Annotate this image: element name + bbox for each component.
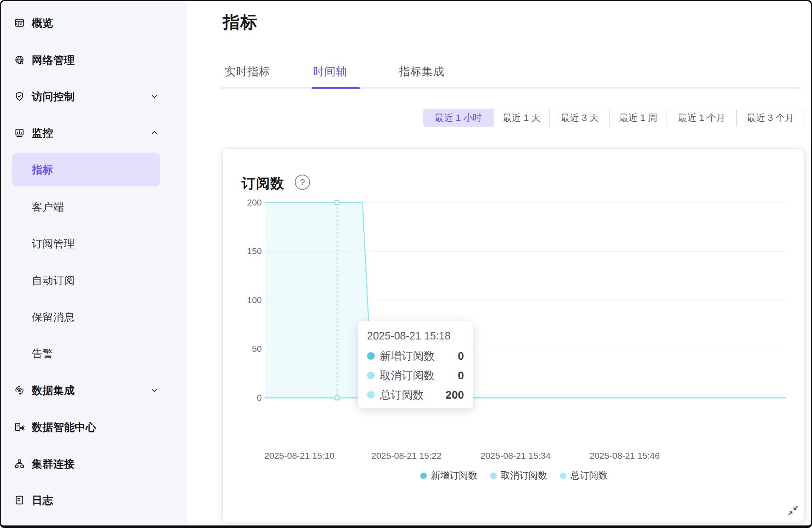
overview-icon xyxy=(14,17,25,28)
chevron-up-icon xyxy=(149,128,159,138)
legend-label: 总订阅数 xyxy=(571,469,608,482)
sidebar-item-label: 自动订阅 xyxy=(32,274,75,287)
hover-marker-bottom xyxy=(335,396,340,400)
sidebar-item-logs[interactable]: 日志 xyxy=(1,490,187,510)
tooltip-timestamp: 2025-08-21 15:18 xyxy=(367,330,464,342)
series-dot-new xyxy=(367,352,375,360)
subscriptions-chart-card: 订阅数 ? 200 150 100 50 0 2025-08-21 15:10 … xyxy=(222,148,805,522)
sidebar-item-label: 数据集成 xyxy=(32,383,75,397)
sidebar-item-label: 告警 xyxy=(32,347,53,361)
tab-timeline[interactable]: 时间轴 xyxy=(313,63,347,80)
x-tick-1546: 2025-08-21 15:46 xyxy=(590,451,660,461)
chevron-down-icon xyxy=(149,91,159,101)
tooltip-row: 取消订阅数 0 xyxy=(367,368,464,383)
legend-label: 取消订阅数 xyxy=(501,469,547,482)
sidebar-item-monitoring[interactable]: 监控 xyxy=(1,123,187,143)
tab-realtime-metrics[interactable]: 实时指标 xyxy=(225,63,270,80)
time-range-3d-button[interactable]: 最近 3 天 xyxy=(549,109,609,127)
sidebar-item-label: 订阅管理 xyxy=(32,237,75,251)
page-title: 指标 xyxy=(223,11,258,34)
bar-chart-icon xyxy=(14,127,25,138)
time-range-1h-button[interactable]: 最近 1 小时 xyxy=(423,109,493,127)
sidebar-item-label: 网络管理 xyxy=(32,53,75,67)
sidebar-item-metrics[interactable]: 指标 xyxy=(1,159,187,180)
chart-tooltip: 2025-08-21 15:18 新增订阅数 0 取消订阅数 0 总订阅数 20… xyxy=(358,321,473,408)
sidebar-item-label: 保留消息 xyxy=(32,310,75,324)
x-tick-1534: 2025-08-21 15:34 xyxy=(480,451,551,461)
tooltip-series-label: 新增订阅数 xyxy=(380,349,435,364)
tab-track xyxy=(221,87,801,89)
sidebar-item-network[interactable]: 网络管理 xyxy=(1,50,187,70)
sitemap-icon xyxy=(14,458,25,469)
time-range-1mo-button[interactable]: 最近 1 个月 xyxy=(667,109,736,127)
sidebar-item-label: 访问控制 xyxy=(32,90,75,104)
document-icon xyxy=(14,495,25,506)
sidebar-item-label: 数据智能中心 xyxy=(32,420,96,434)
sidebar: 概览 网络管理 访问控制 监控 指标 客户端 xyxy=(1,1,187,525)
sidebar-item-label: 集群连接 xyxy=(32,457,75,471)
sidebar-item-alarms[interactable]: 告警 xyxy=(1,343,187,364)
tooltip-series-label: 总订阅数 xyxy=(380,388,424,402)
y-tick-50: 50 xyxy=(236,343,262,354)
sidebar-item-label: 客户端 xyxy=(32,200,64,214)
legend-item-cancelled-subscriptions[interactable]: 取消订阅数 xyxy=(490,469,547,482)
hover-marker-top xyxy=(335,200,340,205)
chart-title: 订阅数 xyxy=(241,174,285,193)
tooltip-series-value: 0 xyxy=(458,369,464,382)
time-range-1d-button[interactable]: 最近 1 天 xyxy=(493,109,549,127)
x-tick-1510: 2025-08-21 15:10 xyxy=(264,451,335,461)
sidebar-item-label: 监控 xyxy=(32,126,53,140)
sidebar-item-label: 日志 xyxy=(32,493,53,507)
total-subscriptions-area xyxy=(265,202,373,398)
shield-check-icon xyxy=(14,91,25,102)
sidebar-item-label: 指标 xyxy=(32,163,53,177)
y-tick-150: 150 xyxy=(236,246,262,257)
legend-item-total-subscriptions[interactable]: 总订阅数 xyxy=(560,469,608,482)
time-range-1w-button[interactable]: 最近 1 周 xyxy=(609,109,667,127)
legend-label: 新增订阅数 xyxy=(431,469,477,482)
sidebar-item-access-control[interactable]: 访问控制 xyxy=(1,86,187,107)
sidebar-item-retained-messages[interactable]: 保留消息 xyxy=(1,307,187,327)
sidebar-item-data-intelligence-center[interactable]: 数据智能中心 xyxy=(1,417,187,437)
tooltip-series-value: 0 xyxy=(458,350,464,363)
sidebar-item-label: 概览 xyxy=(32,16,53,30)
app-window: 概览 网络管理 访问控制 监控 指标 客户端 xyxy=(0,0,812,528)
sidebar-item-data-integration[interactable]: 数据集成 xyxy=(1,380,187,400)
line-chart xyxy=(223,149,805,523)
legend-dot xyxy=(420,473,427,479)
y-tick-200: 200 xyxy=(236,197,262,208)
y-tick-100: 100 xyxy=(236,295,262,306)
series-dot-total xyxy=(367,391,375,399)
help-icon[interactable]: ? xyxy=(295,175,310,190)
server-share-icon xyxy=(14,421,25,432)
series-dot-cancel xyxy=(367,372,375,379)
tooltip-row: 新增订阅数 0 xyxy=(367,349,464,363)
y-tick-0: 0 xyxy=(236,392,262,403)
integration-icon xyxy=(14,385,25,396)
legend-dot xyxy=(490,473,497,479)
sidebar-item-clients[interactable]: 客户端 xyxy=(1,197,187,217)
legend-item-new-subscriptions[interactable]: 新增订阅数 xyxy=(420,469,477,482)
sidebar-item-cluster-linking[interactable]: 集群连接 xyxy=(1,454,187,474)
sidebar-item-subscription-management[interactable]: 订阅管理 xyxy=(1,233,187,254)
sidebar-item-overview[interactable]: 概览 xyxy=(1,13,187,33)
time-range-3mo-button[interactable]: 最近 3 个月 xyxy=(736,109,804,127)
tooltip-row: 总订阅数 200 xyxy=(367,388,464,402)
chart-legend: 新增订阅数 取消订阅数 总订阅数 xyxy=(223,469,805,482)
collapse-icon[interactable] xyxy=(787,505,799,517)
tooltip-series-value: 200 xyxy=(446,388,464,402)
tab-metrics-integration[interactable]: 指标集成 xyxy=(399,63,444,80)
legend-dot xyxy=(560,473,566,479)
chevron-down-icon xyxy=(149,385,159,395)
total-subscriptions-line xyxy=(265,202,373,398)
time-range-group: 最近 1 小时 最近 1 天 最近 3 天 最近 1 周 最近 1 个月 最近 … xyxy=(423,109,804,127)
globe-icon xyxy=(14,55,25,66)
x-tick-1522: 2025-08-21 15:22 xyxy=(371,451,442,461)
sidebar-item-auto-subscribe[interactable]: 自动订阅 xyxy=(1,270,187,290)
active-tab-underline xyxy=(312,87,360,89)
tooltip-series-label: 取消订阅数 xyxy=(380,368,435,383)
